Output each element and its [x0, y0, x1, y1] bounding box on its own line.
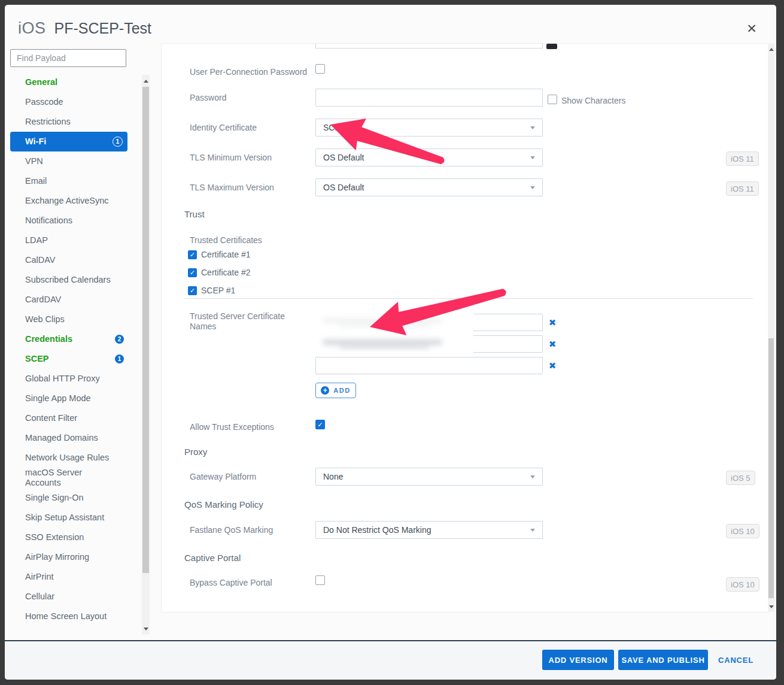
sidebar-item-network-usage-rules[interactable]: Network Usage Rules [10, 448, 127, 468]
sidebar-item-scep[interactable]: SCEP1 [10, 349, 127, 369]
payload-count-badge: 1 [113, 137, 123, 147]
sidebar-item-label: SSO Extension [25, 532, 84, 542]
scroll-down-icon[interactable] [142, 625, 150, 632]
sidebar-item-single-sign-on[interactable]: Single Sign-On [10, 487, 127, 507]
sidebar-item-label: Content Filter [25, 413, 77, 423]
sidebar-item-label: Email [25, 176, 47, 186]
sidebar-item-label: LDAP [25, 235, 48, 245]
password-input[interactable] [315, 89, 543, 107]
sidebar-item-label: Wi-Fi [25, 137, 46, 147]
remove-icon[interactable]: ✖ [546, 314, 559, 331]
scroll-down-icon[interactable] [768, 603, 774, 610]
sidebar-item-managed-domains[interactable]: Managed Domains [10, 428, 127, 448]
dropdown-caret-icon [530, 186, 535, 189]
sidebar-item-wi-fi[interactable]: Wi-Fi1 [10, 132, 127, 151]
sidebar-item-ldap[interactable]: LDAP [10, 231, 127, 250]
sidebar-item-exchange-activesync[interactable]: Exchange ActiveSync [10, 191, 127, 211]
sidebar-item-carddav[interactable]: CardDAV [10, 290, 127, 310]
sidebar-item-caldav[interactable]: CalDAV [10, 250, 127, 270]
dropdown-caret-icon [530, 126, 535, 129]
sidebar-scrollbar-thumb[interactable] [142, 87, 149, 573]
allow-trust-exceptions-checkbox[interactable]: ✓ [315, 420, 325, 429]
content-scrollbar-thumb[interactable] [768, 338, 774, 598]
sidebar-item-macos-server-accounts[interactable]: macOS Server Accounts [10, 468, 127, 487]
min-os-badge: iOS 10 [726, 577, 759, 592]
sidebar-item-airplay-mirroring[interactable]: AirPlay Mirroring [10, 547, 127, 566]
show-characters-checkbox[interactable]: ✓ [548, 95, 557, 104]
sidebar-item-content-filter[interactable]: Content Filter [10, 408, 127, 428]
profile-name: PF-SCEP-Test [54, 20, 152, 37]
payload-count-badge: 2 [115, 335, 124, 344]
scroll-up-icon[interactable] [142, 77, 150, 84]
content-scrollbar[interactable] [768, 44, 774, 612]
payload-list: GeneralPasscodeRestrictionsWi-Fi1VPNEmai… [10, 72, 127, 626]
remove-icon[interactable]: ✖ [546, 335, 559, 353]
sidebar-item-label: Global HTTP Proxy [25, 374, 100, 384]
sidebar-item-label: Single Sign-On [25, 493, 84, 503]
fastlane-qos-marking-select[interactable]: Do Not Restrict QoS Marking [315, 521, 543, 539]
option-label: Certificate #1 [201, 250, 250, 259]
section-heading-qos: QoS Marking Policy [184, 499, 263, 510]
sidebar-item-cellular[interactable]: Cellular [10, 586, 127, 606]
tls-minimum-version-select[interactable]: OS Default [315, 148, 543, 166]
sidebar-item-notifications[interactable]: Notifications [10, 211, 127, 231]
trusted-certificate-option: ✓Certificate #2 [188, 268, 250, 277]
dropdown-caret-icon [530, 475, 535, 478]
scep-1-checkbox[interactable]: ✓ [188, 286, 197, 295]
sidebar-item-airprint[interactable]: AirPrint [10, 566, 127, 586]
certificate-2-checkbox[interactable]: ✓ [188, 268, 197, 277]
sidebar-item-general[interactable]: General [10, 72, 127, 92]
tls-maximum-version-select[interactable]: OS Default [315, 178, 543, 196]
sidebar-item-label: CalDAV [25, 255, 56, 265]
add-server-name-button[interactable]: + ADD [315, 383, 356, 398]
platform-label: iOS [18, 19, 46, 38]
clipped-top-input[interactable] [315, 44, 543, 49]
selected-value: OS Default [323, 153, 364, 162]
bypass-captive-portal-checkbox[interactable]: ✓ [315, 575, 325, 585]
cancel-button[interactable]: CANCEL [718, 650, 753, 670]
sidebar-item-label: Managed Domains [25, 433, 98, 443]
gateway-platform-select[interactable]: None [315, 468, 543, 486]
field-label: Fastlane QoS Marking [190, 525, 273, 535]
redacted-value-overlay [315, 331, 473, 353]
save-and-publish-button[interactable]: SAVE AND PUBLISH [618, 650, 708, 670]
sidebar-item-web-clips[interactable]: Web Clips [10, 310, 127, 329]
sidebar-item-global-http-proxy[interactable]: Global HTTP Proxy [10, 369, 127, 389]
sidebar-item-skip-setup-assistant[interactable]: Skip Setup Assistant [10, 507, 127, 527]
sidebar-item-label: Exchange ActiveSync [25, 196, 108, 206]
sidebar-item-passcode[interactable]: Passcode [10, 92, 127, 112]
trusted-server-name-input[interactable] [315, 357, 543, 374]
redacted-value-overlay [315, 310, 473, 333]
sidebar-item-vpn[interactable]: VPN [10, 151, 127, 171]
trusted-certificates-label: Trusted Certificates [190, 235, 262, 245]
sidebar-item-restrictions[interactable]: Restrictions [10, 112, 127, 132]
add-icon: + [321, 386, 329, 395]
payload-count-badge: 1 [115, 354, 124, 363]
certificate-1-checkbox[interactable]: ✓ [188, 250, 197, 259]
field-label: Password [190, 93, 226, 103]
selected-value: None [323, 472, 343, 481]
sidebar-item-label: Credentials [25, 334, 72, 344]
sidebar-item-credentials[interactable]: Credentials2 [10, 329, 127, 349]
remove-icon[interactable]: ✖ [546, 357, 559, 374]
scroll-up-icon[interactable] [768, 46, 774, 53]
close-icon[interactable]: ✕ [743, 20, 760, 37]
action-footer: ADD VERSION SAVE AND PUBLISH CANCEL [5, 640, 776, 680]
sidebar-item-label: macOS Server Accounts [25, 468, 97, 487]
sidebar-scrollbar[interactable] [142, 75, 150, 635]
sidebar-item-home-screen-layout[interactable]: Home Screen Layout [10, 606, 127, 626]
add-version-button[interactable]: ADD VERSION [542, 650, 614, 670]
min-os-badge: iOS 5 [726, 471, 755, 485]
sidebar-item-email[interactable]: Email [10, 171, 127, 191]
sidebar-item-subscribed-calendars[interactable]: Subscribed Calendars [10, 270, 127, 290]
sidebar-item-label: Skip Setup Assistant [25, 513, 104, 523]
user-per-connection-password-checkbox[interactable]: ✓ [315, 64, 325, 74]
sidebar-item-single-app-mode[interactable]: Single App Mode [10, 389, 127, 408]
sidebar-item-label: Home Screen Layout [25, 611, 107, 622]
section-heading-captive-portal: Captive Portal [184, 553, 241, 563]
sidebar-item-label: Notifications [25, 216, 72, 226]
find-payload-input[interactable] [10, 49, 126, 67]
sidebar-item-sso-extension[interactable]: SSO Extension [10, 527, 127, 547]
identity-certificate-select[interactable]: SCEP #1 [315, 119, 543, 137]
min-os-badge: iOS 11 [726, 181, 759, 196]
